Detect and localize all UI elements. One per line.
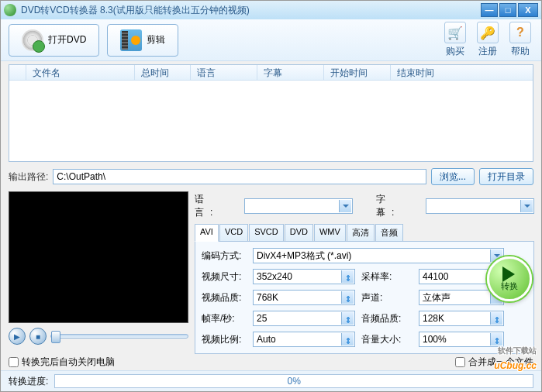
merge-label: 合并成一个文件 xyxy=(468,356,533,369)
chevron-down-icon xyxy=(520,200,533,212)
language-label: 语 言: xyxy=(195,193,241,219)
shutdown-label: 转换完后自动关闭电脑 xyxy=(22,356,115,369)
ratio-combo[interactable]: Auto xyxy=(253,332,355,347)
window-title: DVD转VCD转换器 8.3(试用版只能转换出五分钟的视频) xyxy=(21,4,481,17)
buy-button[interactable]: 🛒 购买 xyxy=(442,22,468,58)
dvd-icon xyxy=(22,29,43,51)
close-button[interactable]: X xyxy=(518,3,538,17)
output-path-label: 输出路径: xyxy=(9,170,48,184)
open-dir-button[interactable]: 打开目录 xyxy=(479,168,533,185)
aq-label: 音频品质: xyxy=(361,312,413,325)
convert-label: 转换 xyxy=(501,280,518,292)
convert-button[interactable]: 转换 xyxy=(487,256,532,301)
help-label: 帮助 xyxy=(507,45,533,58)
open-dvd-button[interactable]: 打开DVD xyxy=(9,24,99,57)
output-path-input[interactable] xyxy=(53,169,426,184)
buy-label: 购买 xyxy=(442,45,468,58)
progress-bar: 0% xyxy=(54,374,533,388)
file-list[interactable]: 文件名 总时间 语言 字幕 开始时间 结束时间 xyxy=(9,64,533,162)
help-button[interactable]: ? 帮助 xyxy=(507,22,533,58)
merge-checkbox[interactable] xyxy=(455,357,465,367)
col-checkbox[interactable] xyxy=(9,65,26,80)
spinner-icon xyxy=(341,291,354,304)
app-icon xyxy=(4,4,16,16)
col-start[interactable]: 开始时间 xyxy=(324,65,391,80)
register-button[interactable]: 🔑 注册 xyxy=(475,22,501,58)
vol-combo[interactable]: 100% xyxy=(419,332,504,347)
fps-label: 帧率/秒: xyxy=(202,312,247,325)
ratio-label: 视频比例: xyxy=(202,333,247,346)
browse-button[interactable]: 浏览... xyxy=(431,168,475,185)
language-combo[interactable] xyxy=(244,198,353,214)
encode-label: 编码方式: xyxy=(202,249,247,263)
col-language[interactable]: 语言 xyxy=(191,65,257,80)
col-filename[interactable]: 文件名 xyxy=(26,65,135,80)
spinner-icon xyxy=(490,333,502,346)
progress-label: 转换进度: xyxy=(9,375,48,388)
help-icon: ? xyxy=(509,22,531,43)
edit-button[interactable]: 剪辑 xyxy=(107,24,178,57)
chevron-down-icon xyxy=(339,200,351,212)
play-button[interactable]: ▶ xyxy=(9,328,26,345)
register-label: 注册 xyxy=(475,45,501,58)
vq-combo[interactable]: 768K xyxy=(253,290,355,305)
open-dvd-label: 打开DVD xyxy=(48,33,86,46)
channel-label: 声道: xyxy=(361,291,413,304)
col-duration[interactable]: 总时间 xyxy=(135,65,191,80)
scissors-icon xyxy=(120,29,142,51)
spinner-icon xyxy=(490,312,502,325)
tab-svcd[interactable]: SVCD xyxy=(249,224,284,241)
encode-combo[interactable]: DivX4+MP3格式 (*.avi) xyxy=(253,248,504,263)
vq-label: 视频品质: xyxy=(202,291,247,304)
format-tabs: AVI VCD SVCD DVD WMV 高清 音频 xyxy=(195,224,534,242)
preview-video xyxy=(9,191,188,323)
tab-audio[interactable]: 音频 xyxy=(375,224,403,241)
size-combo[interactable]: 352x240 xyxy=(253,269,355,284)
aq-combo[interactable]: 128K xyxy=(419,311,504,326)
subtitle-combo[interactable] xyxy=(426,198,534,214)
shutdown-checkbox[interactable] xyxy=(9,357,19,367)
fps-combo[interactable]: 25 xyxy=(253,311,355,326)
maximize-button[interactable]: □ xyxy=(499,3,516,17)
minimize-button[interactable]: — xyxy=(481,3,498,17)
col-end[interactable]: 结束时间 xyxy=(391,65,457,80)
sample-label: 采样率: xyxy=(361,270,413,284)
spinner-icon xyxy=(341,333,354,346)
cart-icon: 🛒 xyxy=(444,22,466,43)
tab-vcd[interactable]: VCD xyxy=(219,224,248,241)
tab-wmv[interactable]: WMV xyxy=(314,224,346,241)
edit-label: 剪辑 xyxy=(147,33,165,46)
key-icon: 🔑 xyxy=(477,22,499,43)
spinner-icon xyxy=(341,312,354,325)
size-label: 视频尺寸: xyxy=(202,270,247,284)
col-subtitle[interactable]: 字幕 xyxy=(257,65,324,80)
seek-slider[interactable] xyxy=(50,334,188,339)
spinner-icon xyxy=(341,270,354,283)
vol-label: 音量大小: xyxy=(361,333,413,346)
stop-button[interactable]: ■ xyxy=(29,328,47,345)
tab-avi[interactable]: AVI xyxy=(195,224,219,242)
tab-dvd[interactable]: DVD xyxy=(285,224,313,241)
tab-hd[interactable]: 高清 xyxy=(347,224,375,241)
subtitle-label: 字 幕: xyxy=(376,193,423,219)
